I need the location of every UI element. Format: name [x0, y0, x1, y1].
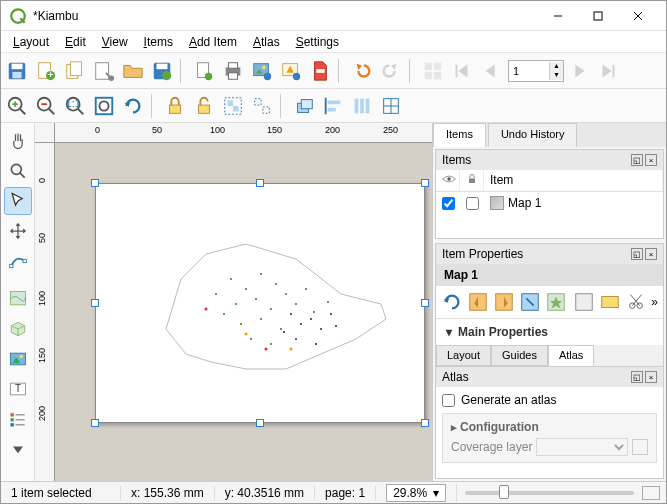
tab-items[interactable]: Items [433, 123, 486, 147]
new-layout-button[interactable]: + [32, 57, 60, 85]
add-3dmap-tool[interactable] [4, 315, 32, 343]
bookmarks-button[interactable] [544, 290, 568, 314]
save-button[interactable] [3, 57, 31, 85]
zoom-input[interactable]: 29.8%▾ [386, 484, 446, 502]
panel-close-icon[interactable]: × [645, 154, 657, 166]
panel-undock-icon[interactable]: ◱ [631, 154, 643, 166]
config-toggle[interactable]: ▸ Configuration [447, 418, 652, 436]
generate-atlas-checkbox[interactable] [442, 394, 455, 407]
raise-button[interactable] [290, 92, 318, 120]
menu-settings[interactable]: Settings [288, 33, 347, 51]
open-folder-button[interactable] [119, 57, 147, 85]
zoom-fit-button[interactable] [642, 486, 660, 500]
coverage-layer-select[interactable] [536, 438, 628, 456]
item-lock-checkbox[interactable] [466, 197, 479, 210]
zoom-out-button[interactable] [32, 92, 60, 120]
resize-button[interactable] [377, 92, 405, 120]
zoom-actual-button[interactable]: 1:1 [61, 92, 89, 120]
atlas-prev-button[interactable] [477, 57, 505, 85]
pan-tool[interactable] [4, 127, 32, 155]
edit-button[interactable] [572, 290, 596, 314]
group-button[interactable] [219, 92, 247, 120]
spin-up[interactable]: ▲ [549, 62, 563, 71]
select-tool[interactable] [4, 187, 32, 215]
canvas-viewport[interactable] [55, 143, 432, 481]
export-pdf-button[interactable] [306, 57, 334, 85]
main-properties-toggle[interactable]: ▾ Main Properties [436, 319, 663, 345]
add-legend-tool[interactable] [4, 405, 32, 433]
panel-undock-icon[interactable]: ◱ [631, 248, 643, 260]
zoom-tool[interactable] [4, 157, 32, 185]
resize-handle[interactable] [91, 419, 99, 427]
panel-close-icon[interactable]: × [645, 371, 657, 383]
duplicate-layout-button[interactable] [61, 57, 89, 85]
menu-view[interactable]: View [94, 33, 136, 51]
panel-undock-icon[interactable]: ◱ [631, 371, 643, 383]
ungroup-button[interactable] [248, 92, 276, 120]
resize-handle[interactable] [256, 179, 264, 187]
coverage-layer-btn[interactable] [632, 439, 648, 455]
maximize-button[interactable] [578, 2, 618, 30]
resize-handle[interactable] [421, 299, 429, 307]
set-scale-button[interactable] [518, 290, 542, 314]
refresh-button[interactable] [119, 92, 147, 120]
labels-button[interactable] [598, 290, 622, 314]
print-button[interactable] [219, 57, 247, 85]
canvas-area[interactable]: 0 50 100 150 200 250 300 0 50 100 150 20… [35, 123, 432, 481]
resize-handle[interactable] [421, 179, 429, 187]
resize-handle[interactable] [91, 299, 99, 307]
atlas-settings-button[interactable] [419, 57, 447, 85]
add-label-tool[interactable]: T [4, 375, 32, 403]
menu-atlas[interactable]: Atlas [245, 33, 288, 51]
undo-button[interactable] [348, 57, 376, 85]
zoom-full-button[interactable] [90, 92, 118, 120]
menu-add-item[interactable]: Add Item [181, 33, 245, 51]
set-extent-button[interactable] [466, 290, 490, 314]
resize-handle[interactable] [91, 179, 99, 187]
redo-button[interactable] [377, 57, 405, 85]
item-visible-checkbox[interactable] [442, 197, 455, 210]
atlas-first-button[interactable] [448, 57, 476, 85]
more-tools[interactable] [4, 435, 32, 463]
panel-close-icon[interactable]: × [645, 248, 657, 260]
export-svg-button[interactable] [277, 57, 305, 85]
atlas-next-button[interactable] [565, 57, 593, 85]
subtab-atlas[interactable]: Atlas [548, 345, 594, 366]
items-row-map1[interactable]: Map 1 [436, 192, 663, 214]
layout-page[interactable] [95, 183, 425, 423]
edit-nodes-tool[interactable] [4, 247, 32, 275]
minimize-button[interactable] [538, 2, 578, 30]
clip-button[interactable] [624, 290, 648, 314]
atlas-page-input[interactable] [509, 62, 549, 80]
refresh-map-button[interactable] [440, 290, 464, 314]
add-map-tool[interactable] [4, 285, 32, 313]
resize-handle[interactable] [421, 419, 429, 427]
zoom-in-button[interactable] [3, 92, 31, 120]
generate-atlas-row[interactable]: Generate an atlas [442, 393, 657, 407]
menu-items[interactable]: Items [136, 33, 181, 51]
align-left-button[interactable] [319, 92, 347, 120]
subtab-guides[interactable]: Guides [491, 345, 548, 366]
spin-down[interactable]: ▼ [549, 71, 563, 80]
zoom-slider-thumb[interactable] [499, 485, 509, 499]
subtab-layout[interactable]: Layout [436, 345, 491, 366]
close-button[interactable] [618, 2, 658, 30]
atlas-last-button[interactable] [594, 57, 622, 85]
zoom-slider[interactable] [465, 491, 634, 495]
view-extent-button[interactable] [492, 290, 516, 314]
unlock-button[interactable] [190, 92, 218, 120]
distribute-button[interactable] [348, 92, 376, 120]
layout-properties-button[interactable] [90, 57, 118, 85]
add-picture-tool[interactable] [4, 345, 32, 373]
save-as-template-button[interactable] [148, 57, 176, 85]
lock-button[interactable] [161, 92, 189, 120]
atlas-page-spin[interactable]: ▲▼ [508, 60, 564, 82]
resize-handle[interactable] [256, 419, 264, 427]
add-page-button[interactable] [190, 57, 218, 85]
more-icon[interactable]: » [650, 290, 659, 314]
tab-undo-history[interactable]: Undo History [488, 123, 578, 147]
move-content-tool[interactable] [4, 217, 32, 245]
menu-edit[interactable]: Edit [57, 33, 94, 51]
menu-layout[interactable]: Layout [5, 33, 57, 51]
export-image-button[interactable] [248, 57, 276, 85]
